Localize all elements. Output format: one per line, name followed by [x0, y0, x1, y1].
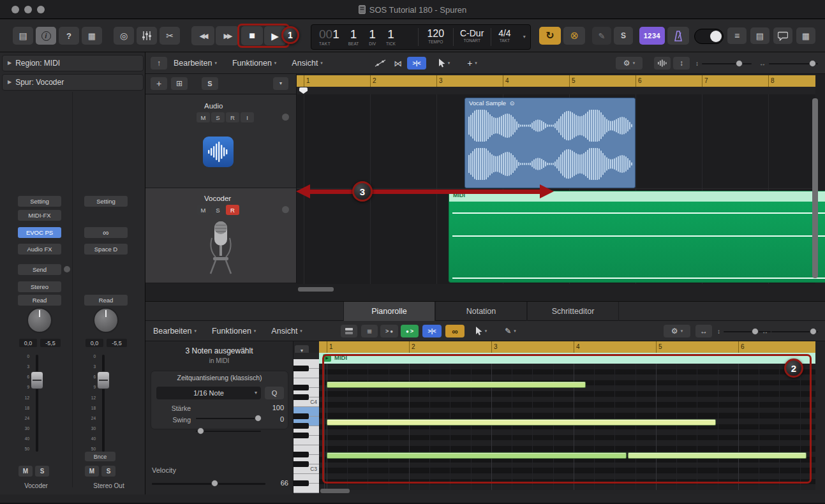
zoom-slider-handle[interactable]	[736, 60, 743, 67]
mixer-button[interactable]	[137, 27, 157, 45]
count-in-button[interactable]: 1234	[639, 27, 665, 45]
track-header-2[interactable]: Vocoder MSR	[145, 188, 297, 283]
strip2-stereo-format-button[interactable]: ∞	[84, 227, 128, 238]
strip2-space-designer-button[interactable]: Space D	[84, 244, 128, 255]
vertical-auto-zoom-button[interactable]: ↕	[673, 57, 690, 70]
strip2-solo-button[interactable]: S	[101, 466, 115, 477]
midi-brush-button[interactable]: ●>	[401, 325, 419, 337]
piano-black-key[interactable]	[294, 433, 309, 438]
strip2-pan-value[interactable]: 0,0	[85, 339, 103, 347]
track-state-button[interactable]: S	[211, 112, 225, 122]
strip2-pan-knob[interactable]	[93, 308, 119, 333]
editor-snap-button[interactable]: >|<	[422, 325, 442, 337]
inspector-button[interactable]: i	[36, 27, 56, 45]
lcd-key-value[interactable]: C-Dur	[454, 28, 491, 38]
secondary-tool-selector[interactable]: + ▾	[459, 57, 485, 70]
zoom-slider-handle[interactable]	[810, 328, 817, 335]
input-monitor-dot[interactable]	[282, 206, 289, 213]
midi-note[interactable]	[327, 382, 586, 388]
strip1-audio-fx-button[interactable]: Audio FX	[18, 244, 61, 255]
vertical-zoom-slider[interactable]: ↕	[695, 60, 752, 68]
editor-tab[interactable]: Pianorolle	[343, 302, 435, 321]
rewind-button[interactable]: ◀◀	[191, 26, 214, 45]
editor-bar-ruler[interactable]: 123456	[319, 341, 815, 353]
editor-horizontal-scrollbar-thumb[interactable]	[320, 489, 350, 493]
strip1-pan-value[interactable]: 0,0	[19, 339, 37, 347]
track-inspector-header[interactable]: ▶ Spur: Vocoder	[2, 74, 144, 91]
lcd-tempo-value[interactable]: 120	[419, 28, 453, 40]
velocity-handle[interactable]	[211, 480, 218, 487]
editor-tab[interactable]: Notation	[435, 302, 527, 321]
strip2-volume-value[interactable]: -5,5	[107, 339, 127, 347]
piano-black-key[interactable]	[294, 423, 309, 429]
playhead-marker[interactable]	[299, 87, 308, 94]
editors-button[interactable]: ✂	[160, 27, 180, 45]
strength-value[interactable]: 100	[265, 404, 284, 411]
editor-pencil-tool-selector[interactable]: ✎ ▾	[498, 325, 523, 337]
send-level-knob[interactable]	[64, 266, 70, 272]
strip2-fader[interactable]: 0369121824304050	[85, 352, 126, 454]
fader-cap[interactable]	[31, 371, 43, 389]
swing-handle[interactable]	[197, 427, 204, 434]
quick-help-button[interactable]: ?	[59, 27, 79, 45]
midi-note[interactable]	[327, 419, 716, 426]
autopunch-button[interactable]: ✎	[592, 27, 611, 45]
strip1-midi-fx-button[interactable]: MIDI-FX	[18, 210, 61, 221]
piano-roll-grid[interactable]	[319, 364, 815, 490]
piano-black-key[interactable]	[294, 385, 309, 390]
menu-item[interactable]: Funktionen▾	[212, 327, 256, 336]
collapse-editor-button[interactable]	[341, 325, 357, 337]
swing-value[interactable]: 0	[265, 415, 284, 423]
editor-horizontal-zoom-slider[interactable]: ↔	[762, 328, 818, 336]
piano-black-key[interactable]	[294, 480, 309, 486]
track-state-button[interactable]: R	[226, 205, 239, 215]
horizontal-zoom-slider[interactable]: ↔	[759, 60, 818, 68]
piano-black-key[interactable]	[294, 366, 309, 371]
menu-item[interactable]: Funktionen▾	[232, 59, 276, 68]
track-state-button[interactable]: I	[241, 112, 254, 122]
snap-button[interactable]: >|<	[407, 57, 426, 70]
midi-draw-button[interactable]: >●	[380, 325, 398, 337]
menu-item[interactable]: Ansicht▾	[292, 59, 323, 68]
apply-quantize-button[interactable]: Q	[265, 387, 284, 399]
solo-mode-button[interactable]: S	[614, 27, 633, 45]
strip2-automation-read-button[interactable]: Read	[84, 295, 128, 306]
replace-button[interactable]: ⊗	[563, 27, 585, 45]
event-list-button[interactable]: ≡	[361, 325, 378, 337]
track-state-button[interactable]: S	[211, 205, 225, 215]
strip1-solo-button[interactable]: S	[35, 466, 49, 477]
toolbar-toggle-button[interactable]: ▦	[82, 27, 102, 45]
notes-button[interactable]: ▤	[750, 27, 769, 44]
waveform-zoom-button[interactable]	[654, 57, 671, 70]
cycle-button[interactable]: ↻	[539, 27, 561, 45]
menu-item[interactable]: Bearbeiten▾	[153, 327, 197, 336]
strip1-stereo-output-button[interactable]: Stereo	[18, 281, 61, 292]
region-inspector-header[interactable]: ▶ Region: MIDI	[2, 55, 144, 71]
swing-slider[interactable]	[196, 431, 261, 432]
bar-ruler[interactable]: 12345678	[297, 74, 815, 94]
strip1-pan-knob[interactable]	[27, 308, 52, 333]
strip2-mute-button[interactable]: M	[85, 466, 99, 477]
track-state-button[interactable]: R	[226, 112, 239, 122]
strip1-volume-value[interactable]: -5,5	[40, 339, 61, 347]
strip1-evoc-ps-plugin-button[interactable]: EVOC PS	[18, 227, 61, 238]
region-play-button[interactable]: ▶	[323, 354, 331, 362]
fader-cap[interactable]	[97, 371, 110, 389]
editor-settings-menu[interactable]: ⚙ ▾	[664, 325, 690, 337]
catch-playhead-button[interactable]: ↑	[151, 57, 167, 70]
menu-item[interactable]: Ansicht▾	[271, 327, 302, 336]
audio-region-vocal-sample[interactable]: Vocal Sample ⊙	[465, 98, 635, 188]
library-button[interactable]: ▤	[13, 27, 33, 45]
track-state-button[interactable]: M	[197, 112, 210, 122]
midi-region-body[interactable]	[449, 202, 825, 283]
strip1-setting-button[interactable]: Setting	[18, 196, 61, 207]
velocity-slider[interactable]	[152, 483, 265, 485]
track-header-options-button[interactable]: ▾	[273, 77, 288, 90]
master-toggle[interactable]	[694, 29, 724, 44]
menu-item[interactable]: Bearbeiten▾	[174, 59, 217, 68]
track-name[interactable]: Audio	[204, 102, 223, 110]
quantize-value-dropdown[interactable]: 1/16 Note ▾	[156, 387, 261, 399]
horizontal-scrollbar-thumb[interactable]	[298, 287, 334, 292]
input-monitor-dot[interactable]	[282, 114, 289, 121]
strip1-mute-button[interactable]: M	[19, 466, 33, 477]
